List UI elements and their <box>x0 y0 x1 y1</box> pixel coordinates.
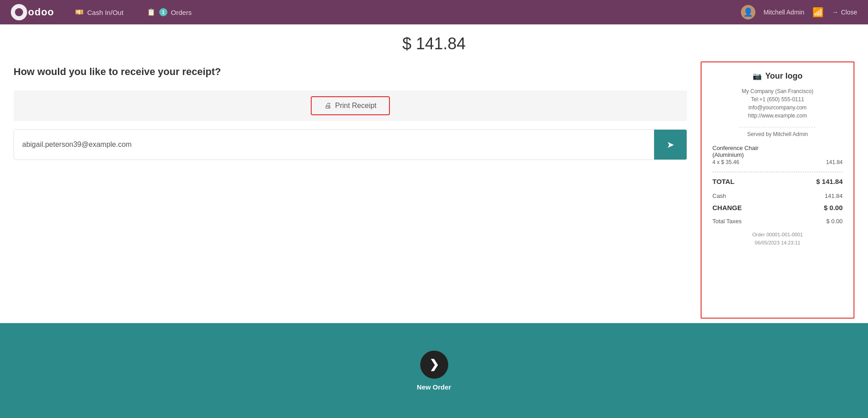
print-receipt-button[interactable]: 🖨 Print Receipt <box>311 96 390 115</box>
receipt-served-by: Served by Mitchell Admin <box>712 131 843 137</box>
nav-items: 💴 Cash In/Out 📋 1 Orders <box>71 5 741 19</box>
cash-inout-nav[interactable]: 💴 Cash In/Out <box>71 5 128 19</box>
receipt-logo-label: Your logo <box>765 71 803 81</box>
printer-icon: 🖨 <box>324 102 332 110</box>
receipt-question: How would you like to receive your recei… <box>14 66 687 78</box>
user-name: Mitchell Admin <box>764 9 804 16</box>
receipt-logo-row: 📷 Your logo <box>712 71 843 81</box>
cash-value: 141.84 <box>825 193 843 199</box>
topnav: odoo 💴 Cash In/Out 📋 1 Orders 👤 Mitchell… <box>0 0 868 24</box>
email-send-button[interactable]: ➤ <box>654 130 687 160</box>
order-amount: $ 141.84 <box>0 24 868 61</box>
orders-badge: 1 <box>159 8 167 16</box>
company-name: My Company (San Francisco) <box>712 87 843 95</box>
orders-nav[interactable]: 📋 1 Orders <box>142 5 196 19</box>
odoo-logo-text: odoo <box>28 6 54 18</box>
receipt-order-info: Order 00001-001-0001 06/05/2023 14:23:11 <box>712 231 843 247</box>
order-date: 06/05/2023 14:23:11 <box>712 239 843 247</box>
receipt-company-info: My Company (San Francisco) Tel:+1 (650) … <box>712 87 843 120</box>
orders-icon: 📋 <box>147 8 156 16</box>
orders-label: Orders <box>171 9 192 16</box>
item-qty-price: 4 x $ 35.46 141.84 <box>712 159 843 165</box>
cash-inout-label: Cash In/Out <box>87 9 123 16</box>
cash-label: Cash <box>712 193 726 199</box>
item-variant: (Aluminium) <box>712 151 843 158</box>
camera-icon: 📷 <box>753 72 762 80</box>
left-panel: How would you like to receive your recei… <box>14 61 687 323</box>
order-number: Order 00001-001-0001 <box>712 231 843 239</box>
close-icon: → <box>832 9 838 16</box>
receipt-cash-row: Cash 141.84 <box>712 193 843 199</box>
item-subtotal: 141.84 <box>826 159 843 165</box>
change-label: CHANGE <box>712 204 742 211</box>
email-input[interactable] <box>14 130 654 160</box>
topnav-right: 👤 Mitchell Admin 📶 → Close <box>741 5 857 19</box>
receipt-taxes-row: Total Taxes $ 0.00 <box>712 218 843 225</box>
taxes-value: $ 0.00 <box>826 218 843 225</box>
company-email: info@yourcompany.com <box>712 103 843 112</box>
middle-section: How would you like to receive your recei… <box>0 61 868 323</box>
receipt-total-row: TOTAL $ 141.84 <box>712 178 843 185</box>
wifi-icon: 📶 <box>812 7 824 18</box>
taxes-label: Total Taxes <box>712 218 742 225</box>
close-button[interactable]: → Close <box>832 9 857 16</box>
new-order-label: New Order <box>417 383 451 391</box>
total-value: $ 141.84 <box>816 178 843 185</box>
receipt-item-section: Conference Chair (Aluminium) 4 x $ 35.46… <box>712 145 843 165</box>
new-order-button[interactable]: ❯ <box>420 351 448 379</box>
odoo-logo[interactable]: odoo <box>11 4 54 20</box>
chevron-right-icon: ❯ <box>429 357 439 371</box>
print-receipt-row[interactable]: 🖨 Print Receipt <box>14 90 687 121</box>
amount-value: $ 141.84 <box>402 34 465 53</box>
print-receipt-label: Print Receipt <box>335 102 377 110</box>
change-value: $ 0.00 <box>824 204 843 211</box>
item-qty: 4 x $ 35.46 <box>712 159 739 165</box>
company-tel: Tel:+1 (650) 555-0111 <box>712 95 843 103</box>
item-name: Conference Chair <box>712 145 843 151</box>
total-label: TOTAL <box>712 178 735 185</box>
receipt-divider: -------------------------------- <box>712 124 843 129</box>
bottom-bar: ❯ New Order <box>0 323 868 418</box>
cash-icon: 💴 <box>75 8 84 16</box>
email-row: ➤ <box>14 129 687 160</box>
send-icon: ➤ <box>667 139 674 150</box>
company-website: http://www.example.com <box>712 112 843 120</box>
close-label: Close <box>841 9 857 16</box>
avatar[interactable]: 👤 <box>741 5 755 19</box>
receipt-change-row: CHANGE $ 0.00 <box>712 204 843 211</box>
receipt-panel: 📷 Your logo My Company (San Francisco) T… <box>701 61 854 319</box>
receipt-dashed-line <box>712 172 843 172</box>
